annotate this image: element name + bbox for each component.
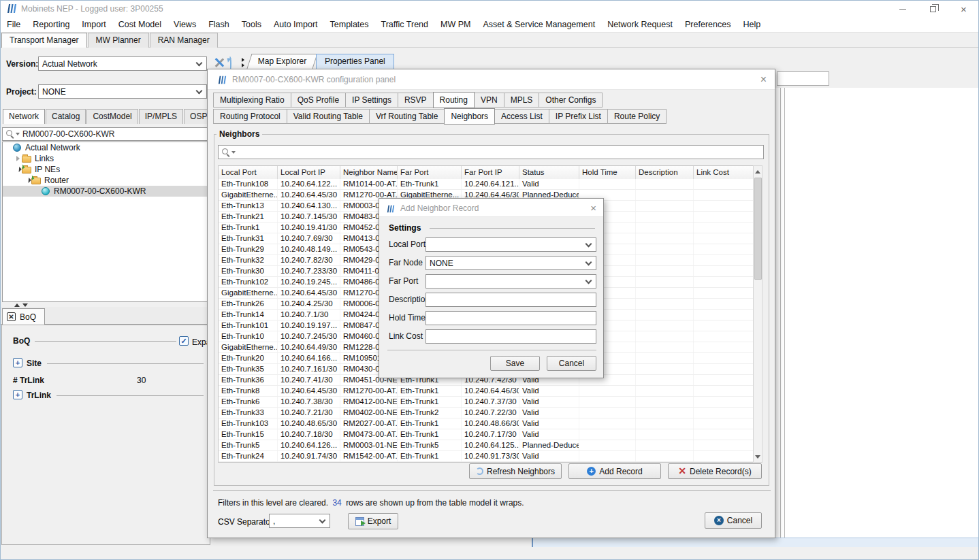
perspective-tab-transport-manager[interactable]: Transport Manager bbox=[1, 33, 87, 48]
menu-reporting[interactable]: Reporting bbox=[27, 17, 76, 32]
config-tab-multiplexing-ratio[interactable]: Multiplexing Ratio bbox=[213, 93, 291, 108]
restore-button[interactable] bbox=[918, 1, 948, 17]
tree-item-router[interactable]: Router bbox=[3, 175, 209, 186]
tree-item-ip-nes[interactable]: IP NEs bbox=[3, 164, 209, 175]
menu-cost-model[interactable]: Cost Model bbox=[112, 17, 167, 32]
config-tab-routing[interactable]: Routing bbox=[433, 92, 475, 108]
perspective-tab-ran-manager[interactable]: RAN Manager bbox=[150, 33, 218, 48]
config-tab-vpn[interactable]: VPN bbox=[474, 93, 504, 108]
workspace-text-field[interactable] bbox=[777, 71, 829, 86]
neighbors-filter-input[interactable] bbox=[218, 145, 764, 159]
column-header-local-port[interactable]: Local Port bbox=[219, 166, 278, 179]
table-row[interactable]: Eth-Trunk2410.240.91.74/30RM1542-00-AT..… bbox=[219, 451, 754, 462]
config-tab-mpls[interactable]: MPLS bbox=[504, 93, 540, 108]
close-tab-icon[interactable]: ✕ bbox=[7, 312, 16, 321]
menu-flash[interactable]: Flash bbox=[202, 17, 236, 32]
table-row[interactable]: Eth-Trunk510.240.64.126...RM0003-01-NE..… bbox=[219, 440, 754, 451]
tree-item-rm0007-00-cx600-kwr[interactable]: RM0007-00-CX600-KWR bbox=[3, 186, 209, 197]
table-scrollbar[interactable] bbox=[753, 165, 763, 463]
column-header-local-port-ip[interactable]: Local Port IP bbox=[278, 166, 340, 179]
add-record-button[interactable]: + Add Record bbox=[568, 463, 661, 479]
search-options-caret-icon[interactable] bbox=[231, 151, 236, 154]
scroll-down-icon[interactable] bbox=[754, 452, 762, 461]
csv-separator-dropdown[interactable]: , bbox=[269, 514, 330, 528]
refresh-neighbors-button[interactable]: Refresh Neighbors bbox=[469, 463, 562, 479]
tree-item-actual-network[interactable]: Actual Network bbox=[3, 142, 209, 153]
column-header-hold-time[interactable]: Hold Time bbox=[579, 166, 636, 179]
tree-expander-expanded[interactable] bbox=[23, 178, 31, 182]
tree-expander-expanded[interactable] bbox=[14, 167, 22, 171]
config-tab-rsvp[interactable]: RSVP bbox=[398, 93, 434, 108]
config-tab-other-configs[interactable]: Other Configs bbox=[539, 93, 603, 108]
network-search-input[interactable]: RM0007-00-CX600-KWR bbox=[2, 127, 210, 141]
version-dropdown[interactable]: Actual Network bbox=[38, 56, 207, 71]
export-button[interactable]: Export bbox=[348, 513, 398, 529]
menu-import[interactable]: Import bbox=[76, 17, 112, 32]
project-dropdown[interactable]: NONE bbox=[38, 84, 207, 99]
tab-properties-panel[interactable]: Properties Panel bbox=[316, 54, 394, 69]
table-row[interactable]: Eth-Trunk610.240.7.38/30RM0412-00-NE...E… bbox=[219, 397, 754, 408]
menu-tools[interactable]: Tools bbox=[236, 17, 268, 32]
menu-traffic-trend[interactable]: Traffic Trend bbox=[375, 17, 434, 32]
trlink-expand-icon[interactable]: + bbox=[13, 390, 22, 399]
table-row[interactable]: Eth-Trunk10310.240.48.65/30RM2027-00-AT.… bbox=[219, 418, 754, 429]
local-port-dropdown[interactable] bbox=[426, 237, 596, 252]
tree-item-links[interactable]: Links bbox=[3, 153, 209, 164]
config-dialog-titlebar[interactable]: RM0007-00-CX600-KWR configuration panel … bbox=[208, 69, 775, 90]
menu-preferences[interactable]: Preferences bbox=[679, 17, 737, 32]
search-options-caret-icon[interactable] bbox=[16, 133, 20, 135]
subtab-ip-prefix-list[interactable]: IP Prefix List bbox=[549, 109, 608, 124]
far-port-dropdown[interactable] bbox=[426, 274, 596, 289]
boq-expand-checkbox[interactable]: ✓ bbox=[179, 336, 189, 346]
scroll-up-icon[interactable] bbox=[754, 167, 762, 176]
minimize-button[interactable] bbox=[887, 1, 918, 17]
tab-boq[interactable]: ✕ BoQ bbox=[2, 308, 45, 325]
subtab-valid-routing-table[interactable]: Valid Routing Table bbox=[287, 109, 370, 124]
menu-network-request[interactable]: Network Request bbox=[601, 17, 679, 32]
description-input[interactable] bbox=[426, 293, 596, 307]
table-row[interactable]: Eth-Trunk3310.240.7.21/30RM0402-00-NE...… bbox=[219, 408, 754, 418]
hold-time-input[interactable] bbox=[426, 311, 596, 325]
config-cancel-button[interactable]: × Cancel bbox=[705, 512, 762, 529]
table-row[interactable]: Eth-Trunk810.240.64.45/30RM1270-00-AT...… bbox=[219, 386, 754, 397]
delete-record-button[interactable]: ✕ Delete Record(s) bbox=[668, 463, 762, 479]
column-header-far-port-ip[interactable]: Far Port IP bbox=[462, 166, 519, 179]
subtab-access-list[interactable]: Access List bbox=[494, 109, 549, 124]
subtab-neighbors[interactable]: Neighbors bbox=[444, 108, 495, 125]
table-row[interactable]: Eth-Trunk10810.240.64.122...RM1014-00-AT… bbox=[219, 179, 754, 190]
subtab-route-policy[interactable]: Route Policy bbox=[607, 109, 667, 124]
add-dialog-close-icon[interactable]: × bbox=[590, 203, 596, 213]
menu-asset-service-management[interactable]: Asset & Service Management bbox=[477, 17, 601, 32]
add-cancel-button[interactable]: Cancel bbox=[547, 356, 596, 371]
subtab-routing-protocol[interactable]: Routing Protocol bbox=[213, 109, 287, 124]
left-tab-ip-mpls[interactable]: IP/MPLS bbox=[139, 109, 183, 124]
menu-views[interactable]: Views bbox=[167, 17, 202, 32]
config-dialog-close-icon[interactable]: × bbox=[760, 74, 767, 84]
column-header-link-cost[interactable]: Link Cost bbox=[694, 166, 754, 179]
config-tab-qos-profile[interactable]: QoS Profile bbox=[291, 93, 346, 108]
left-tab-catalog[interactable]: Catalog bbox=[46, 109, 86, 124]
menu-help[interactable]: Help bbox=[737, 17, 767, 32]
spinner-arrows[interactable] bbox=[242, 58, 244, 67]
table-row[interactable]: Eth-Trunk1510.240.7.18/30RM0473-00-AT...… bbox=[219, 429, 754, 440]
scrollbar-thumb[interactable] bbox=[754, 178, 762, 280]
menu-file[interactable]: File bbox=[1, 17, 27, 32]
add-dialog-titlebar[interactable]: Add Neighbor Record × bbox=[379, 199, 603, 217]
tree-expander-collapsed[interactable] bbox=[14, 156, 22, 161]
save-button[interactable]: Save bbox=[490, 356, 540, 371]
link-cost-input[interactable] bbox=[426, 329, 596, 344]
left-tab-costmodel[interactable]: CostModel bbox=[86, 109, 138, 124]
column-header-status[interactable]: Status bbox=[519, 166, 579, 179]
menu-templates[interactable]: Templates bbox=[324, 17, 375, 32]
config-tab-ip-settings[interactable]: IP Settings bbox=[345, 93, 398, 108]
menu-mw-pm[interactable]: MW PM bbox=[434, 17, 477, 32]
far-node-dropdown[interactable]: NONE bbox=[426, 256, 596, 270]
left-tab-network[interactable]: Network bbox=[3, 109, 45, 124]
column-header-description[interactable]: Description bbox=[636, 166, 694, 179]
column-header-neighbor-name[interactable]: Neighbor Name bbox=[340, 166, 398, 179]
subtab-vrf-routing-table[interactable]: Vrf Routing Table bbox=[369, 109, 445, 124]
tab-map-explorer[interactable]: Map Explorer bbox=[246, 54, 318, 69]
column-header-far-port[interactable]: Far Port bbox=[398, 166, 462, 179]
close-button[interactable]: × bbox=[948, 1, 979, 17]
perspective-tab-mw-planner[interactable]: MW Planner bbox=[88, 33, 149, 48]
